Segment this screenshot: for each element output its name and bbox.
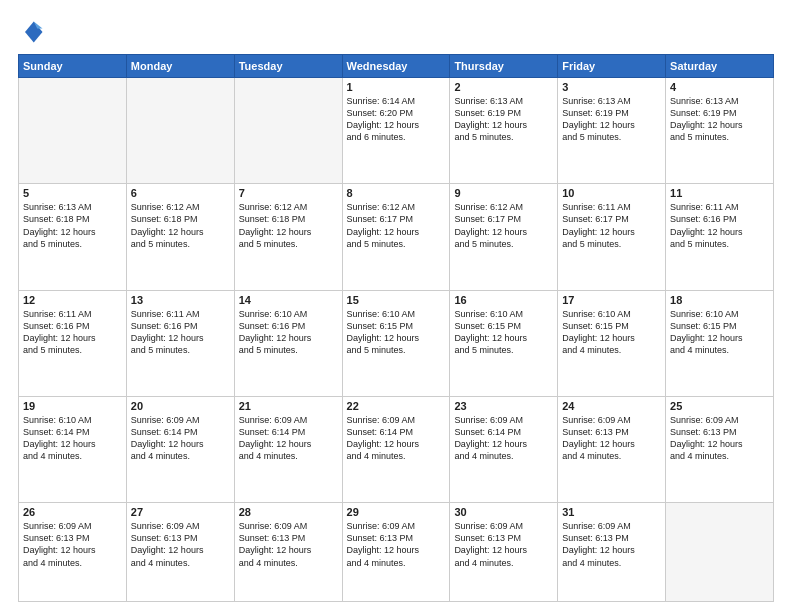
calendar-week-3: 12Sunrise: 6:11 AMSunset: 6:16 PMDayligh… xyxy=(19,290,774,396)
day-info: Sunrise: 6:10 AMSunset: 6:15 PMDaylight:… xyxy=(562,308,661,357)
day-info: Sunrise: 6:09 AMSunset: 6:13 PMDaylight:… xyxy=(562,414,661,463)
day-info: Sunrise: 6:10 AMSunset: 6:15 PMDaylight:… xyxy=(670,308,769,357)
day-number: 12 xyxy=(23,294,122,306)
calendar-cell: 4Sunrise: 6:13 AMSunset: 6:19 PMDaylight… xyxy=(666,78,774,184)
day-info: Sunrise: 6:10 AMSunset: 6:16 PMDaylight:… xyxy=(239,308,338,357)
calendar-cell: 17Sunrise: 6:10 AMSunset: 6:15 PMDayligh… xyxy=(558,290,666,396)
calendar-cell: 23Sunrise: 6:09 AMSunset: 6:14 PMDayligh… xyxy=(450,396,558,502)
day-number: 25 xyxy=(670,400,769,412)
weekday-header-wednesday: Wednesday xyxy=(342,55,450,78)
day-number: 18 xyxy=(670,294,769,306)
day-number: 8 xyxy=(347,187,446,199)
svg-marker-0 xyxy=(25,22,43,43)
calendar-cell xyxy=(234,78,342,184)
weekday-header-friday: Friday xyxy=(558,55,666,78)
weekday-header-tuesday: Tuesday xyxy=(234,55,342,78)
day-info: Sunrise: 6:09 AMSunset: 6:14 PMDaylight:… xyxy=(347,414,446,463)
day-info: Sunrise: 6:09 AMSunset: 6:14 PMDaylight:… xyxy=(454,414,553,463)
calendar-week-1: 1Sunrise: 6:14 AMSunset: 6:20 PMDaylight… xyxy=(19,78,774,184)
calendar-cell: 29Sunrise: 6:09 AMSunset: 6:13 PMDayligh… xyxy=(342,503,450,602)
day-number: 13 xyxy=(131,294,230,306)
calendar-cell: 28Sunrise: 6:09 AMSunset: 6:13 PMDayligh… xyxy=(234,503,342,602)
day-info: Sunrise: 6:09 AMSunset: 6:13 PMDaylight:… xyxy=(23,520,122,569)
calendar-cell: 5Sunrise: 6:13 AMSunset: 6:18 PMDaylight… xyxy=(19,184,127,290)
calendar-cell: 27Sunrise: 6:09 AMSunset: 6:13 PMDayligh… xyxy=(126,503,234,602)
day-number: 10 xyxy=(562,187,661,199)
calendar-cell: 18Sunrise: 6:10 AMSunset: 6:15 PMDayligh… xyxy=(666,290,774,396)
calendar-cell: 21Sunrise: 6:09 AMSunset: 6:14 PMDayligh… xyxy=(234,396,342,502)
day-info: Sunrise: 6:10 AMSunset: 6:15 PMDaylight:… xyxy=(347,308,446,357)
day-info: Sunrise: 6:10 AMSunset: 6:14 PMDaylight:… xyxy=(23,414,122,463)
day-number: 17 xyxy=(562,294,661,306)
day-number: 27 xyxy=(131,506,230,518)
day-number: 23 xyxy=(454,400,553,412)
day-number: 16 xyxy=(454,294,553,306)
day-number: 22 xyxy=(347,400,446,412)
day-number: 21 xyxy=(239,400,338,412)
day-info: Sunrise: 6:11 AMSunset: 6:16 PMDaylight:… xyxy=(131,308,230,357)
calendar-cell xyxy=(666,503,774,602)
day-info: Sunrise: 6:09 AMSunset: 6:14 PMDaylight:… xyxy=(131,414,230,463)
day-number: 4 xyxy=(670,81,769,93)
calendar-cell: 16Sunrise: 6:10 AMSunset: 6:15 PMDayligh… xyxy=(450,290,558,396)
day-number: 9 xyxy=(454,187,553,199)
calendar-cell: 7Sunrise: 6:12 AMSunset: 6:18 PMDaylight… xyxy=(234,184,342,290)
header xyxy=(18,18,774,46)
day-number: 14 xyxy=(239,294,338,306)
calendar-cell: 14Sunrise: 6:10 AMSunset: 6:16 PMDayligh… xyxy=(234,290,342,396)
day-info: Sunrise: 6:13 AMSunset: 6:18 PMDaylight:… xyxy=(23,201,122,250)
weekday-header-monday: Monday xyxy=(126,55,234,78)
calendar-cell: 2Sunrise: 6:13 AMSunset: 6:19 PMDaylight… xyxy=(450,78,558,184)
day-info: Sunrise: 6:09 AMSunset: 6:13 PMDaylight:… xyxy=(454,520,553,569)
calendar-cell: 6Sunrise: 6:12 AMSunset: 6:18 PMDaylight… xyxy=(126,184,234,290)
calendar-week-4: 19Sunrise: 6:10 AMSunset: 6:14 PMDayligh… xyxy=(19,396,774,502)
weekday-header-sunday: Sunday xyxy=(19,55,127,78)
day-info: Sunrise: 6:10 AMSunset: 6:15 PMDaylight:… xyxy=(454,308,553,357)
calendar-cell xyxy=(19,78,127,184)
logo xyxy=(18,18,50,46)
day-number: 30 xyxy=(454,506,553,518)
day-info: Sunrise: 6:09 AMSunset: 6:13 PMDaylight:… xyxy=(670,414,769,463)
day-info: Sunrise: 6:11 AMSunset: 6:16 PMDaylight:… xyxy=(23,308,122,357)
calendar-cell: 30Sunrise: 6:09 AMSunset: 6:13 PMDayligh… xyxy=(450,503,558,602)
day-number: 28 xyxy=(239,506,338,518)
day-info: Sunrise: 6:12 AMSunset: 6:17 PMDaylight:… xyxy=(347,201,446,250)
day-number: 29 xyxy=(347,506,446,518)
calendar-cell: 3Sunrise: 6:13 AMSunset: 6:19 PMDaylight… xyxy=(558,78,666,184)
day-number: 19 xyxy=(23,400,122,412)
weekday-header-thursday: Thursday xyxy=(450,55,558,78)
calendar-cell: 12Sunrise: 6:11 AMSunset: 6:16 PMDayligh… xyxy=(19,290,127,396)
calendar-cell: 10Sunrise: 6:11 AMSunset: 6:17 PMDayligh… xyxy=(558,184,666,290)
calendar-cell: 24Sunrise: 6:09 AMSunset: 6:13 PMDayligh… xyxy=(558,396,666,502)
day-number: 24 xyxy=(562,400,661,412)
day-info: Sunrise: 6:14 AMSunset: 6:20 PMDaylight:… xyxy=(347,95,446,144)
calendar-table: SundayMondayTuesdayWednesdayThursdayFrid… xyxy=(18,54,774,602)
day-info: Sunrise: 6:11 AMSunset: 6:17 PMDaylight:… xyxy=(562,201,661,250)
day-number: 5 xyxy=(23,187,122,199)
calendar-cell: 20Sunrise: 6:09 AMSunset: 6:14 PMDayligh… xyxy=(126,396,234,502)
day-number: 15 xyxy=(347,294,446,306)
calendar-cell: 1Sunrise: 6:14 AMSunset: 6:20 PMDaylight… xyxy=(342,78,450,184)
day-number: 26 xyxy=(23,506,122,518)
day-info: Sunrise: 6:13 AMSunset: 6:19 PMDaylight:… xyxy=(562,95,661,144)
calendar-cell: 22Sunrise: 6:09 AMSunset: 6:14 PMDayligh… xyxy=(342,396,450,502)
day-info: Sunrise: 6:12 AMSunset: 6:18 PMDaylight:… xyxy=(131,201,230,250)
calendar-week-5: 26Sunrise: 6:09 AMSunset: 6:13 PMDayligh… xyxy=(19,503,774,602)
calendar-cell: 25Sunrise: 6:09 AMSunset: 6:13 PMDayligh… xyxy=(666,396,774,502)
page: SundayMondayTuesdayWednesdayThursdayFrid… xyxy=(0,0,792,612)
calendar-cell xyxy=(126,78,234,184)
day-number: 7 xyxy=(239,187,338,199)
day-info: Sunrise: 6:13 AMSunset: 6:19 PMDaylight:… xyxy=(454,95,553,144)
day-info: Sunrise: 6:13 AMSunset: 6:19 PMDaylight:… xyxy=(670,95,769,144)
day-number: 31 xyxy=(562,506,661,518)
day-info: Sunrise: 6:09 AMSunset: 6:14 PMDaylight:… xyxy=(239,414,338,463)
calendar-week-2: 5Sunrise: 6:13 AMSunset: 6:18 PMDaylight… xyxy=(19,184,774,290)
weekday-header-saturday: Saturday xyxy=(666,55,774,78)
calendar-cell: 19Sunrise: 6:10 AMSunset: 6:14 PMDayligh… xyxy=(19,396,127,502)
calendar-cell: 8Sunrise: 6:12 AMSunset: 6:17 PMDaylight… xyxy=(342,184,450,290)
calendar-cell: 26Sunrise: 6:09 AMSunset: 6:13 PMDayligh… xyxy=(19,503,127,602)
day-number: 2 xyxy=(454,81,553,93)
logo-icon xyxy=(18,18,46,46)
day-info: Sunrise: 6:12 AMSunset: 6:18 PMDaylight:… xyxy=(239,201,338,250)
day-info: Sunrise: 6:12 AMSunset: 6:17 PMDaylight:… xyxy=(454,201,553,250)
